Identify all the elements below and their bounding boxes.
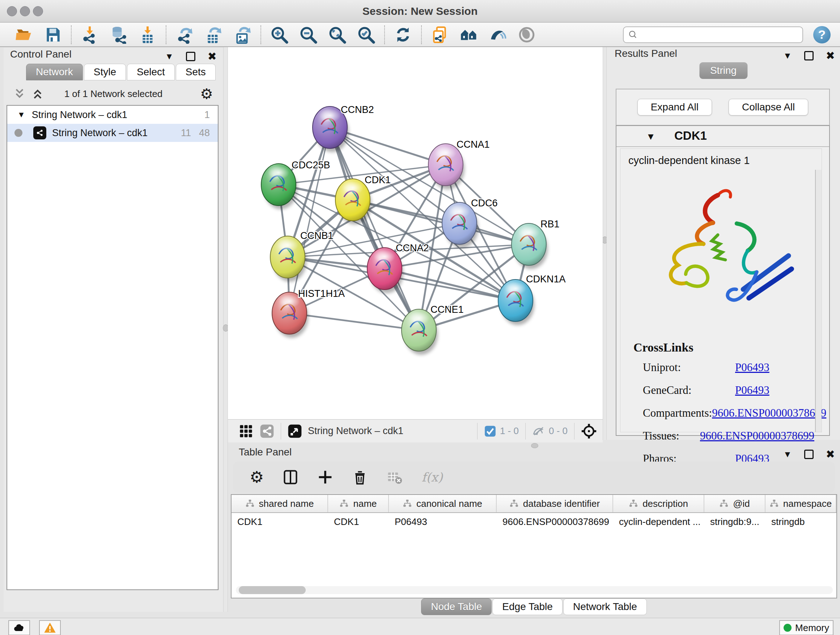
table-cell[interactable]: CDK1 [232, 516, 328, 527]
gene-section-header[interactable]: ▼ CDK1 [616, 126, 829, 147]
network-node-CDK1[interactable] [335, 179, 371, 225]
column-header-namespace[interactable]: namespace [766, 495, 836, 512]
memory-button[interactable]: Memory [779, 620, 834, 635]
table-cell[interactable]: CDK1 [328, 516, 389, 527]
table-cell[interactable]: 9606.ENSP00000378699 [497, 516, 613, 527]
show-panel-eye-icon[interactable] [517, 25, 536, 44]
network-edge[interactable] [353, 200, 529, 244]
column-header--id[interactable]: @id [704, 495, 766, 512]
columns-icon[interactable] [283, 469, 298, 485]
table-cell[interactable]: stringdb:9... [704, 516, 766, 527]
network-graph[interactable]: CCNB2CCNA1CDC25BCDK1CDC6RB1CCNB1CCNA2CDK… [228, 47, 603, 419]
panel-close-icon[interactable]: ✖ [826, 448, 835, 461]
network-node-CCNA2[interactable] [367, 248, 403, 293]
warnings-button[interactable] [39, 620, 61, 635]
add-column-icon[interactable] [317, 469, 333, 485]
network-view-icon[interactable] [260, 424, 274, 439]
tab-sets[interactable]: Sets [176, 64, 216, 80]
cloud-button[interactable] [8, 620, 30, 635]
import-network-icon[interactable] [80, 25, 99, 44]
node-label-CCNA1: CCNA1 [456, 139, 490, 150]
tab-style[interactable]: Style [84, 64, 126, 80]
left-splitter[interactable] [223, 47, 228, 612]
network-node-CDKN1A[interactable] [498, 279, 534, 325]
window-title: Session: New Session [0, 0, 840, 22]
column-header-description[interactable]: description [613, 495, 704, 512]
network-edge[interactable] [330, 127, 419, 330]
zoom-out-icon[interactable] [299, 25, 317, 44]
crosslink-value-link[interactable]: P06493 [735, 384, 769, 397]
tab-select[interactable]: Select [127, 64, 175, 80]
network-selection-status: 1 of 1 Network selected [4, 88, 223, 100]
network-edge[interactable] [289, 313, 419, 330]
birdseye-view-icon[interactable] [287, 424, 302, 439]
table-cell[interactable]: stringdb [766, 516, 836, 527]
zoom-selected-icon[interactable] [357, 25, 376, 44]
search-input[interactable] [638, 27, 798, 42]
zoom-window-icon[interactable] [33, 6, 43, 16]
tab-string[interactable]: String [699, 62, 747, 79]
column-header-canonical-name[interactable]: canonical name [389, 495, 497, 512]
crosslink-value-link[interactable]: 9606.ENSP00000378699 [712, 407, 826, 420]
close-window-icon[interactable] [7, 6, 17, 16]
network-row-selected[interactable]: String Network – cdk1 11 48 [7, 124, 218, 142]
tab-network-table[interactable]: Network Table [563, 599, 647, 615]
table-row[interactable]: CDK1CDK1P064939606.ENSP00000378699cyclin… [232, 513, 836, 530]
network-node-CCNB1[interactable] [270, 236, 306, 282]
column-header-shared-name[interactable]: shared name [232, 495, 328, 512]
panel-float-icon[interactable] [186, 52, 195, 61]
clone-network-icon[interactable] [431, 25, 449, 44]
network-canvas[interactable]: CCNB2CCNA1CDC25BCDK1CDC6RB1CCNB1CCNA2CDK… [228, 47, 603, 419]
grid-view-icon[interactable] [239, 424, 253, 439]
tab-edge-table[interactable]: Edge Table [493, 599, 562, 615]
panel-menu-icon[interactable]: ▼ [783, 51, 792, 61]
export-image-icon[interactable] [233, 25, 252, 44]
export-table-icon[interactable] [204, 25, 223, 44]
help-icon[interactable]: ? [813, 26, 831, 43]
network-collection-row[interactable]: ▼ String Network – cdk1 1 [7, 106, 218, 124]
network-node-CCNA1[interactable] [428, 144, 464, 189]
zoom-in-icon[interactable] [270, 25, 289, 44]
import-table-icon[interactable] [138, 25, 157, 44]
gear-icon[interactable]: ⚙ [200, 87, 213, 101]
export-network-icon[interactable] [175, 25, 194, 44]
crosshair-icon[interactable] [581, 423, 597, 439]
tab-node-table[interactable]: Node Table [421, 599, 492, 615]
results-scrollbar[interactable] [815, 170, 821, 432]
crosslink-value-link[interactable]: 9606.ENSP00000378699 [700, 429, 814, 442]
collapse-all-button[interactable]: Collapse All [729, 99, 808, 116]
open-file-icon[interactable] [14, 25, 33, 44]
panel-menu-icon[interactable]: ▼ [783, 449, 792, 459]
panel-close-icon[interactable]: ✖ [826, 49, 835, 62]
panel-menu-icon[interactable]: ▼ [165, 51, 174, 62]
network-node-RB1[interactable] [512, 223, 548, 269]
column-header-database-identifier[interactable]: database identifier [497, 495, 613, 512]
network-node-CDC6[interactable] [442, 203, 478, 248]
panel-float-icon[interactable] [804, 450, 813, 459]
tab-network[interactable]: Network [26, 64, 83, 80]
panel-close-icon[interactable]: ✖ [208, 50, 217, 63]
expand-all-button[interactable]: Expand All [638, 99, 712, 116]
network-node-CCNE1[interactable] [401, 309, 438, 355]
tree-expand-icon[interactable]: ▼ [17, 110, 25, 119]
table-cell[interactable]: cyclin-dependent ... [613, 516, 704, 527]
panel-float-icon[interactable] [804, 51, 813, 60]
save-session-icon[interactable] [43, 25, 62, 44]
crosslink-value-link[interactable]: P06493 [735, 361, 769, 374]
gear-icon[interactable]: ⚙ [249, 469, 264, 485]
collapse-section-icon[interactable]: ▼ [646, 131, 655, 142]
zoom-fit-icon[interactable] [328, 25, 347, 44]
right-splitter[interactable] [603, 47, 607, 440]
selected-checkbox-icon[interactable] [484, 425, 496, 437]
network-view-toolbar: String Network – cdk1 1 - 0 0 - 0 [228, 419, 603, 442]
import-database-icon[interactable] [109, 25, 128, 44]
column-header-name[interactable]: name [328, 495, 389, 512]
refresh-icon[interactable] [393, 25, 412, 44]
network-overview-icon[interactable] [459, 25, 478, 44]
table-scrollbar[interactable] [236, 586, 833, 594]
hide-panel-eye-icon[interactable] [488, 25, 507, 44]
delete-column-icon[interactable] [352, 469, 368, 485]
table-scrollbar-thumb[interactable] [239, 586, 306, 594]
minimize-window-icon[interactable] [20, 6, 30, 16]
table-cell[interactable]: P06493 [389, 516, 497, 527]
